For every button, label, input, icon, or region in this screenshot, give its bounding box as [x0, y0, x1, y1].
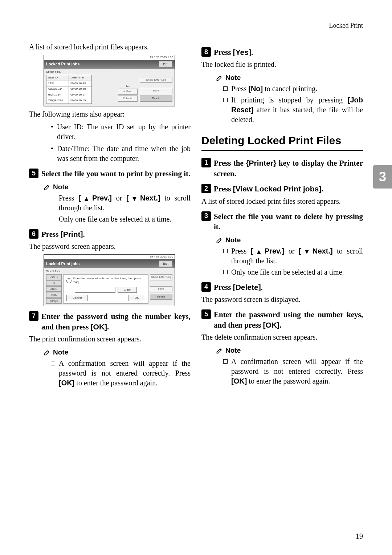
- locked-files-table: User ID Date/Time 123409/09 10:48 ABCD12…: [46, 75, 92, 104]
- select-files-label: Select files.: [46, 70, 172, 74]
- pencil-icon: [216, 74, 223, 81]
- screenshot-clock: 19 FEB 2003 1:10: [44, 55, 175, 60]
- screenshot-title: Locked Print jobs: [46, 61, 79, 67]
- section-heading: Deleting Locked Print Files: [201, 133, 363, 148]
- print-button[interactable]: Print: [150, 286, 172, 292]
- intro-text: A list of stored locked print files appe…: [29, 42, 191, 52]
- step-7: 7 Enter the password using the number ke…: [29, 311, 191, 332]
- after-step8: The locked file is printed.: [201, 60, 363, 69]
- delete-button[interactable]: Delete: [140, 96, 172, 102]
- table-row[interactable]: 123409/09 10:48: [46, 81, 92, 86]
- step-number-icon: 8: [201, 47, 211, 57]
- prev-button[interactable]: ▲ Prev.: [118, 89, 138, 95]
- note-8-item-2: If printing is stopped by pressing [Job …: [231, 95, 363, 125]
- pencil-icon: [216, 236, 223, 244]
- exit-button[interactable]: Exit: [159, 61, 172, 68]
- step-8-text: Press [Yes].: [214, 47, 253, 57]
- clear-button[interactable]: Clear: [118, 287, 137, 293]
- square-bullet-icon: [223, 86, 228, 91]
- show-error-log-button[interactable]: Show Error Log: [140, 77, 172, 83]
- step-number-icon: 2: [201, 184, 211, 193]
- print-button[interactable]: Print: [140, 88, 172, 94]
- table-row[interactable]: OPQR123409/09 10:59: [46, 98, 92, 104]
- col-user-id: User ID: [46, 75, 69, 81]
- square-bullet-icon: [51, 196, 55, 200]
- heading-rule: [201, 150, 363, 152]
- step-number-icon: 1: [201, 158, 211, 167]
- column-right: 8 Press [Yes]. The locked file is printe…: [201, 42, 363, 389]
- after-shot1: The following items also appear:: [29, 109, 191, 119]
- step-7-text: Enter the password using the number keys…: [41, 311, 191, 332]
- d-after-2: A list of stored locked print files stor…: [201, 197, 363, 206]
- d-step-4: 4 Press [Delete].: [201, 282, 363, 292]
- square-bullet-icon: [223, 359, 228, 364]
- table-row[interactable]: HIJK123409/09 10:57: [46, 92, 92, 98]
- password-message: Enter the password with the number keys,…: [73, 277, 145, 285]
- step-number-icon: 7: [29, 311, 38, 321]
- after-step6: The password screen appears.: [29, 242, 191, 251]
- step-number-icon: 6: [29, 229, 38, 239]
- pencil-icon: [44, 183, 51, 191]
- col-date-time: Date/Time: [69, 75, 92, 81]
- d-step-5-text: Enter the password using the number keys…: [214, 309, 363, 330]
- note-label: Note: [53, 182, 68, 192]
- d-after-4: The password screen is displayed.: [201, 295, 363, 304]
- bullet-dot: •: [51, 144, 53, 163]
- note-label: Note: [225, 73, 241, 82]
- table-row[interactable]: ABCD123409/09 10:50: [46, 86, 92, 92]
- step-6: 6 Press [Print].: [29, 229, 191, 239]
- d-note-5-item: A confirmation screen will appear if the…: [231, 357, 363, 386]
- next-button[interactable]: ▼ Next.: [118, 96, 138, 102]
- note-label: Note: [53, 348, 68, 357]
- screenshot-title: Locked Print jobs: [46, 261, 79, 267]
- step-8: 8 Press [Yes].: [201, 47, 363, 57]
- step-6-text: Press [Print].: [41, 229, 85, 239]
- bullet-dot: •: [51, 122, 53, 142]
- note-5-item-1: Press [▲Prev.] or [▼Next.] to scroll thr…: [59, 193, 191, 213]
- pencil-icon: [216, 347, 223, 354]
- note-5-item-2: Only one file can be selected at a time.: [59, 214, 171, 224]
- square-bullet-icon: [223, 249, 228, 253]
- d-step-3-text: Select the file you want to delete by pr…: [214, 211, 363, 232]
- chapter-tab: 3: [373, 165, 392, 189]
- running-head: Locked Print: [29, 22, 363, 31]
- step-number-icon: 4: [201, 282, 211, 292]
- select-files-label: Select files.: [46, 270, 172, 274]
- square-bullet-icon: [51, 361, 55, 365]
- delete-button[interactable]: Delete: [150, 294, 172, 300]
- show-error-log-button[interactable]: Show Error Log: [150, 274, 172, 280]
- note-8-item-1: Press [No] to cancel printing.: [231, 84, 317, 94]
- d-step-3: 3 Select the file you want to delete by …: [201, 211, 363, 232]
- square-bullet-icon: [51, 217, 55, 221]
- user-id-column: User ID 12 ABCD HIJK OPQR: [46, 274, 62, 304]
- d-after-5: The delete confirmation screen appears.: [201, 332, 363, 342]
- pencil-icon: [44, 349, 51, 356]
- note-7-item: A confirmation screen will appear if the…: [59, 358, 191, 388]
- page-indicator: 1/1: [126, 84, 130, 88]
- d-step-1: 1 Press the {Printer} key to display the…: [201, 158, 363, 179]
- exit-button[interactable]: Exit: [159, 260, 172, 267]
- note-label: Note: [225, 346, 241, 355]
- square-bullet-icon: [223, 98, 228, 102]
- page-number: 19: [356, 532, 363, 540]
- d-step-2: 2 Press [View Locked Print jobs].: [201, 184, 363, 194]
- step-number-icon: 5: [29, 169, 38, 178]
- password-input[interactable]: [75, 287, 115, 293]
- screenshot-locked-print-list: 19 FEB 2003 1:10 Locked Print jobs Exit …: [44, 55, 175, 106]
- item-user-id: User ID: The user ID set up by the print…: [57, 122, 191, 142]
- info-icon: !: [66, 278, 71, 283]
- d-step-5: 5 Enter the password using the number ke…: [201, 309, 363, 330]
- item-date-time: Date/Time: The date and time when the jo…: [57, 144, 191, 163]
- screenshot-password-entry: 19 FEB 2003 1:10 Locked Print jobs Exit …: [44, 254, 175, 306]
- step-5: 5 Select the file you want to print by p…: [29, 169, 191, 179]
- ok-button[interactable]: OK: [128, 295, 145, 301]
- d-note-3-item-1: Press [▲Prev.] or [▼Next.] to scroll thr…: [231, 246, 363, 266]
- cancel-button[interactable]: Cancel: [66, 295, 88, 301]
- d-step-2-text: Press [View Locked Print jobs].: [214, 184, 323, 194]
- square-bullet-icon: [223, 270, 228, 274]
- step-number-icon: 5: [201, 309, 211, 319]
- step-number-icon: 3: [201, 211, 211, 221]
- screenshot-clock: 19 FEB 2003 1:10: [44, 255, 175, 259]
- d-step-4-text: Press [Delete].: [214, 282, 263, 292]
- column-left: A list of stored locked print files appe…: [29, 42, 191, 389]
